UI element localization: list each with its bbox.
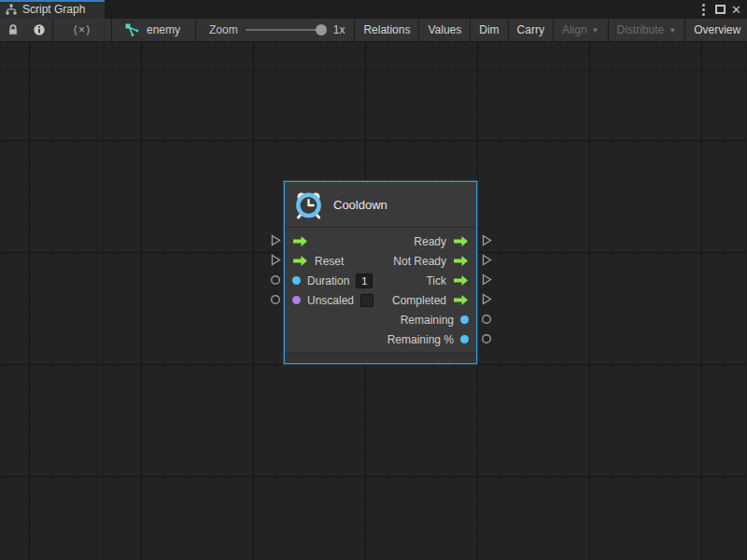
value-output-port-remaining[interactable]: [460, 315, 469, 324]
flow-connector-icon[interactable]: [271, 234, 281, 246]
code-view-button[interactable]: ⟨×⟩: [53, 19, 111, 41]
unscaled-checkbox[interactable]: [360, 294, 374, 307]
overview-button[interactable]: Overview: [685, 19, 747, 41]
title-bar: Script Graph ✕: [0, 0, 747, 19]
port-label-not-ready: Not Ready: [393, 255, 446, 268]
tab-script-graph[interactable]: Script Graph: [0, 0, 105, 19]
flow-connector-icon[interactable]: [482, 234, 492, 246]
info-button[interactable]: [26, 19, 52, 41]
values-button[interactable]: Values: [419, 19, 471, 41]
port-label-reset: Reset: [315, 255, 344, 268]
port-row: Remaining: [285, 310, 476, 329]
port-row: Ready: [285, 231, 476, 251]
port-row: Unscaled Completed: [285, 290, 476, 310]
flow-input-port-reset[interactable]: [292, 255, 308, 267]
chevron-down-icon: ▼: [669, 26, 676, 35]
value-input-port-duration[interactable]: [292, 276, 301, 285]
dim-button[interactable]: Dim: [471, 19, 508, 41]
flow-connector-icon[interactable]: [482, 293, 492, 305]
alarm-clock-icon: [294, 190, 323, 219]
duration-input-field[interactable]: 1: [356, 273, 373, 288]
graph-breadcrumb[interactable]: enemy: [112, 23, 195, 36]
window-menu-icon[interactable]: [697, 3, 710, 16]
active-tab-accent: [0, 0, 105, 2]
value-input-port-unscaled[interactable]: [292, 296, 301, 304]
graph-name-label: enemy: [147, 23, 180, 36]
lock-button[interactable]: [0, 19, 26, 41]
align-button: Align ▼: [554, 19, 609, 41]
value-connector-icon[interactable]: [481, 333, 492, 344]
flow-connector-icon[interactable]: [482, 273, 492, 286]
node-body: Ready Reset Not Ready: [285, 227, 476, 353]
port-label-remaining: Remaining: [401, 314, 454, 327]
port-row: Reset Not Ready: [285, 251, 476, 271]
script-graph-icon: [6, 4, 17, 15]
graph-toolbar: ⟨×⟩ enemy Zoom 1x: [0, 19, 747, 42]
flow-output-port-not-ready[interactable]: [453, 255, 469, 267]
info-icon: [33, 23, 46, 36]
distribute-button: Distribute ▼: [609, 19, 686, 41]
flow-connector-icon[interactable]: [482, 254, 492, 266]
tab-title: Script Graph: [22, 3, 85, 16]
value-connector-icon[interactable]: [270, 274, 281, 286]
cooldown-node-header[interactable]: Cooldown: [285, 182, 476, 227]
cooldown-node[interactable]: Cooldown Ready: [284, 181, 477, 364]
flow-connector-icon[interactable]: [271, 254, 281, 266]
port-row: Remaining %: [285, 329, 476, 349]
graph-pointer-icon: [125, 23, 140, 36]
carry-button[interactable]: Carry: [509, 19, 554, 41]
flow-input-port-enter[interactable]: [292, 235, 308, 247]
node-footer: [285, 353, 476, 363]
close-icon[interactable]: ✕: [731, 4, 741, 16]
maximize-icon[interactable]: [715, 5, 726, 14]
port-label-tick: Tick: [426, 274, 446, 287]
port-label-unscaled: Unscaled: [307, 294, 354, 307]
port-row: Duration 1 Tick: [285, 271, 476, 290]
window-controls: ✕: [697, 0, 747, 19]
chevron-down-icon: ▼: [592, 26, 599, 35]
zoom-value: 1x: [333, 23, 345, 36]
relations-button[interactable]: Relations: [355, 19, 419, 41]
port-label-completed: Completed: [392, 294, 446, 307]
zoom-control: Zoom 1x: [196, 23, 354, 36]
flow-output-port-completed[interactable]: [453, 294, 469, 306]
graph-canvas[interactable]: Cooldown Ready: [0, 42, 747, 560]
right-connector-column: [480, 231, 493, 348]
port-label-ready: Ready: [414, 235, 446, 248]
zoom-slider[interactable]: [246, 29, 326, 31]
flow-output-port-ready[interactable]: [453, 235, 469, 247]
zoom-slider-handle[interactable]: [316, 24, 327, 35]
value-connector-icon[interactable]: [481, 314, 492, 325]
node-title: Cooldown: [333, 198, 388, 212]
flow-output-port-tick[interactable]: [453, 274, 469, 287]
port-label-duration: Duration: [307, 274, 349, 287]
lock-icon: [7, 23, 20, 36]
value-output-port-remaining-pct[interactable]: [460, 335, 469, 343]
value-connector-icon[interactable]: [270, 294, 281, 305]
script-graph-window: Script Graph ✕: [0, 0, 747, 560]
left-connector-column: [269, 231, 282, 309]
zoom-label: Zoom: [209, 23, 238, 36]
port-label-remaining-pct: Remaining %: [388, 333, 454, 346]
